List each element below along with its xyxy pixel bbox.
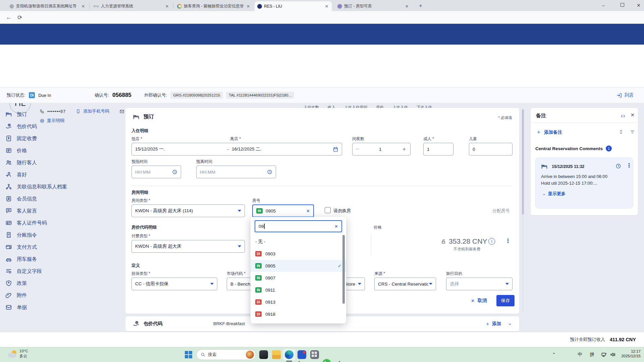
taskbar-clock[interactable]: 12:17 2025/12/15 [620, 349, 641, 358]
room-option-none[interactable]: - 无 - [251, 236, 346, 248]
calculator-app-icon[interactable] [310, 350, 319, 359]
lock-open-icon[interactable] [441, 239, 446, 244]
date-range-field[interactable]: 15/12/2025 一. - 16/12/2025 二. [131, 143, 342, 156]
price-menu-kebab-icon[interactable]: ⋮ [505, 239, 511, 243]
show-more-link[interactable]: ⌄ 显示更多 [542, 191, 566, 197]
cancel-button[interactable]: ✕ 取消 [471, 298, 487, 304]
save-button[interactable]: 保存 [496, 295, 515, 306]
clock-icon[interactable] [267, 169, 272, 175]
adults-field[interactable]: 1 [423, 143, 453, 156]
new-tab-button[interactable]: ＋ [418, 2, 423, 9]
purpose-select[interactable]: 选择 [446, 278, 513, 290]
taskbar-app-dark[interactable] [259, 350, 268, 359]
sidebar-item-preferences[interactable]: 喜好 [5, 169, 116, 180]
main-scrollbar-track[interactable] [522, 109, 524, 313]
tab-close-icon[interactable]: ✕ [405, 4, 409, 9]
sidebar-item-transportation[interactable]: 用车服务 [5, 254, 116, 264]
room-option[interactable]: IN0919 [251, 320, 346, 323]
note-menu-kebab-icon[interactable]: ⋮ [626, 164, 632, 167]
main-scrollbar-thumb[interactable] [522, 109, 524, 215]
room-status-badge: DI [255, 251, 262, 256]
sidebar-item-prices[interactable]: 价格 [5, 145, 116, 156]
room-type-select[interactable]: KWDN - 高级房 超大床 (114) [131, 204, 245, 217]
pay-type-select[interactable]: KWDN - 高级房 超大床 [131, 240, 245, 253]
windows-start-button[interactable] [185, 351, 192, 358]
weather-widget[interactable]: 10°C 多云 [19, 349, 28, 359]
sidebar-item-linked-profiles[interactable]: 关联信息和联系人档案 [5, 181, 116, 192]
back-icon[interactable]: ← [6, 14, 12, 21]
clear-icon[interactable]: ✕ [334, 224, 338, 229]
sidebar-item-membership[interactable]: 会员信息 [5, 193, 116, 204]
browser-tab-2[interactable]: Shiji 人力资源管理系统 ✕ [91, 1, 172, 11]
calendar-icon[interactable] [333, 146, 338, 152]
nights-stepper[interactable]: − 1 ＋ [352, 143, 411, 156]
source-select[interactable]: CRS - Central Reservation... [374, 278, 436, 290]
browser-tab-1[interactable]: 贵阳机场智选假日酒店系统网址导 ✕ [7, 1, 88, 11]
sidebar-item-routing[interactable]: 分账指令 [5, 230, 116, 240]
external-conf-chip[interactable]: TAL #1128144469022231|FS|2180... [226, 92, 294, 99]
room-option[interactable]: DI0903 [251, 248, 346, 260]
sidebar-item-reservation[interactable]: 预订 [5, 109, 116, 120]
tray-expand-chevron-icon[interactable]: ⌃ [552, 352, 556, 357]
tab-close-icon[interactable]: ✕ [81, 4, 86, 9]
checkin-button[interactable]: 到店 [616, 87, 634, 103]
browser-tab-5[interactable]: 预订 - 房型可卖 ✕ [335, 1, 412, 11]
file-explorer-icon[interactable] [272, 350, 281, 359]
window-minimize-button[interactable]: – [602, 3, 605, 8]
sidebar-item-documents[interactable]: 单据 [5, 302, 116, 313]
package-add-button[interactable]: ＋ 添加 [485, 316, 501, 331]
minus-icon[interactable]: − [356, 146, 359, 152]
room-option[interactable]: DI0918 [251, 308, 346, 320]
network-icon[interactable] [601, 352, 607, 358]
sidebar-item-payment-methods[interactable]: 支付方式 [5, 242, 116, 252]
room-option[interactable]: DI0913 [251, 296, 346, 308]
window-close-button[interactable]: ✕ [637, 3, 641, 8]
refresh-icon[interactable]: ⟳ [17, 14, 22, 21]
tab-close-icon[interactable]: ✕ [165, 4, 169, 9]
sidebar-item-fixed-charges[interactable]: 固定收费 [5, 133, 116, 144]
sidebar-item-package-codes[interactable]: 包价代码 [5, 121, 116, 132]
taskbar-app-blue[interactable] [298, 350, 306, 359]
sidebar-item-custom-fields[interactable]: 自定义字段 [5, 266, 116, 277]
add-note-button[interactable]: ＋ 添加备注 [536, 129, 562, 136]
browser-tab-3[interactable]: 旅客查询 - 紫楠旅馆业治安信息管 ✕ [174, 1, 253, 11]
children-field[interactable]: 0 [469, 143, 513, 156]
browser-tab-4-active[interactable]: RES - LIU ✕ [255, 1, 332, 11]
ime-pinyin-icon[interactable]: 拼 [590, 352, 594, 358]
clock-icon[interactable] [172, 169, 177, 175]
external-conf-chip[interactable]: GRS #21805098|20251215 [170, 92, 223, 99]
etd-field[interactable]: HH:MM [196, 166, 276, 178]
guarantee-select[interactable]: CC - 信用卡担保 [131, 278, 217, 290]
room-no-combobox[interactable]: IN 0905 ✕ [252, 204, 314, 217]
notes-close-icon[interactable]: ✕ [631, 112, 635, 118]
assign-room-link[interactable]: 分配房号 [492, 208, 510, 214]
tab-close-icon[interactable]: ✕ [324, 4, 329, 9]
sidebar-item-policies[interactable]: 政策 [5, 278, 116, 289]
eta-field[interactable]: HH:MM [131, 166, 181, 178]
weather-icon[interactable] [7, 349, 18, 360]
edge-browser-icon[interactable] [285, 350, 293, 359]
window-maximize-button[interactable] [621, 3, 624, 7]
plus-icon[interactable]: ＋ [401, 146, 407, 153]
volume-icon[interactable] [610, 352, 616, 358]
room-search-input[interactable]: 09 ✕ [255, 220, 342, 232]
sort-icon[interactable] [619, 129, 624, 134]
info-icon[interactable]: i [488, 238, 495, 245]
sidebar-item-accompanying-guests[interactable]: 随行客人 [5, 157, 116, 168]
sidebar-item-guest-ids[interactable]: 客人证件号码 [5, 218, 116, 228]
no-move-checkbox[interactable] [325, 207, 331, 213]
history-clock-icon[interactable] [615, 163, 621, 169]
clear-icon[interactable]: ✕ [306, 208, 310, 214]
tab-close-icon[interactable]: ✕ [246, 4, 251, 9]
sidebar-item-guest-messages[interactable]: 客人留言 [5, 205, 116, 216]
filter-icon[interactable] [630, 129, 635, 134]
ime-language-icon[interactable]: 中 [578, 352, 582, 358]
room-option[interactable]: IN0911 [251, 284, 346, 296]
expand-chevron-icon[interactable]: ⌄ [508, 320, 512, 326]
room-option[interactable]: IN0907 [251, 272, 346, 284]
taskbar-search[interactable]: 搜索 [196, 349, 256, 360]
room-option-selected[interactable]: IN0905✓ [251, 260, 346, 272]
code-expand-icon[interactable] [621, 114, 626, 119]
sidebar-item-attachments[interactable]: 附件 [5, 290, 116, 301]
dropdown-scrollbar-thumb[interactable] [342, 235, 345, 304]
